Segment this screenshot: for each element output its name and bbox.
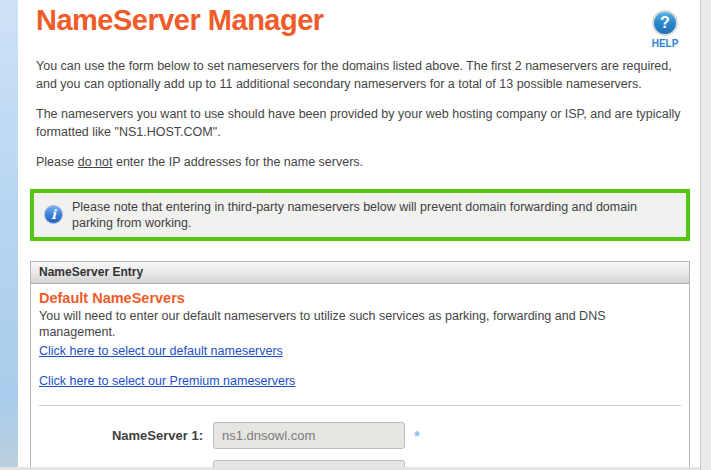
help-label: HELP	[644, 38, 686, 49]
scrollbar-track[interactable]	[700, 0, 711, 470]
default-nameservers-description: You will need to enter our default names…	[39, 308, 681, 340]
page-header: NameServer Manager ? HELP	[30, 4, 700, 58]
do-not-emphasis: do not	[78, 155, 113, 169]
required-asterisk-1: *	[414, 422, 420, 449]
intro-paragraph-1: You can use the form below to set namese…	[36, 58, 694, 93]
default-nameservers-heading: Default NameServers	[39, 290, 681, 306]
nameserver-entry-body: Default NameServers You will need to ent…	[31, 284, 689, 470]
help-button[interactable]: ? HELP	[644, 10, 686, 49]
help-icon[interactable]: ?	[652, 10, 678, 36]
nameserver-1-label: NameServer 1:	[39, 428, 203, 443]
select-default-nameservers-link[interactable]: Click here to select our default nameser…	[39, 344, 283, 358]
nameserver-entry-header: NameServer Entry	[31, 262, 689, 284]
intro-p3-suffix: enter the IP addresses for the name serv…	[112, 155, 363, 169]
page: NameServer Manager ? HELP You can use th…	[0, 0, 711, 470]
nameserver-1-input[interactable]	[213, 422, 405, 449]
intro-paragraph-2: The nameservers you want to use should h…	[36, 106, 694, 141]
intro-paragraph-3: Please do not enter the IP addresses for…	[36, 154, 694, 172]
divider	[39, 405, 681, 406]
notice-text: Please note that entering in third-party…	[72, 199, 676, 231]
page-title: NameServer Manager	[36, 4, 700, 37]
main-content: NameServer Manager ? HELP You can use th…	[18, 0, 700, 470]
select-premium-nameservers-link[interactable]: Click here to select our Premium nameser…	[39, 374, 295, 388]
intro-p3-prefix: Please	[36, 155, 78, 169]
nameserver-entry-section: NameServer Entry Default NameServers You…	[30, 261, 690, 470]
notice-box: i Please note that entering in third-par…	[30, 189, 690, 241]
nameserver-1-row: NameServer 1: *	[39, 422, 681, 449]
left-sidebar-strip	[0, 0, 18, 470]
info-icon: i	[44, 205, 63, 224]
